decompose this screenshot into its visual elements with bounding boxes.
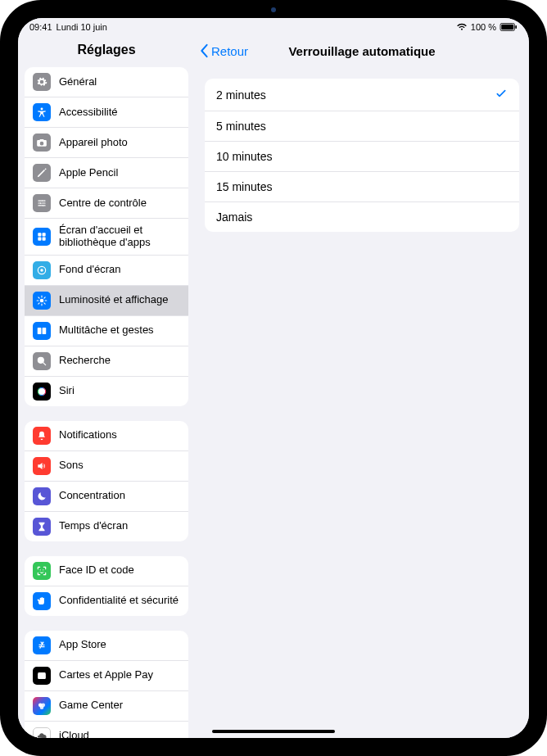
sidebar-item-bell[interactable]: Notifications xyxy=(25,421,188,450)
svg-point-5 xyxy=(40,202,42,204)
sidebar-item-label: Apple Pencil xyxy=(59,167,180,179)
option-label: 2 minutes xyxy=(216,88,266,102)
sidebar-group: GénéralAccessibilitéAppareil photoApple … xyxy=(25,67,188,406)
svg-point-16 xyxy=(38,387,45,395)
sidebar-item-brightness[interactable]: Luminosité et affichage xyxy=(25,285,188,315)
chevron-left-icon xyxy=(198,43,210,58)
svg-rect-13 xyxy=(38,328,42,334)
svg-rect-10 xyxy=(43,238,46,241)
hand-icon xyxy=(33,592,51,610)
sidebar-item-gear[interactable]: Général xyxy=(25,67,188,97)
svg-point-15 xyxy=(38,357,43,363)
status-time: 09:41 xyxy=(29,22,52,32)
svg-rect-9 xyxy=(38,238,41,241)
option-label: Jamais xyxy=(216,211,252,224)
sidebar-group: NotificationsSonsConcentrationTemps d'éc… xyxy=(25,421,188,541)
camera-icon xyxy=(33,134,51,152)
sidebar-item-label: Confidentialité et sécurité xyxy=(59,595,180,607)
camera-dot xyxy=(271,7,276,12)
battery-icon xyxy=(500,23,518,31)
wifi-icon xyxy=(456,23,468,31)
sidebar-item-camera[interactable]: Appareil photo xyxy=(25,127,188,157)
sidebar-item-pencil[interactable]: Apple Pencil xyxy=(25,157,188,188)
sidebar-item-label: Game Center xyxy=(59,699,180,712)
status-left: 09:41 Lundi 10 juin xyxy=(29,22,107,32)
sidebar-item-hand[interactable]: Confidentialité et sécurité xyxy=(25,586,188,616)
status-date: Lundi 10 juin xyxy=(57,22,107,32)
sidebar-item-sound[interactable]: Sons xyxy=(25,450,188,481)
status-right: 100 % xyxy=(456,22,518,32)
accessibility-icon xyxy=(33,103,51,121)
sound-icon xyxy=(33,457,51,475)
detail-title: Verrouillage automatique xyxy=(288,44,435,58)
checkmark-icon xyxy=(495,87,508,102)
sidebar-item-label: Sons xyxy=(59,459,180,472)
option-group: 2 minutes5 minutes10 minutes15 minutesJa… xyxy=(205,79,519,232)
sidebar-item-label: Temps d'écran xyxy=(59,520,180,532)
sidebar-item-faceid[interactable]: Face ID et code xyxy=(25,556,188,586)
sidebar-item-label: Multitâche et gestes xyxy=(59,324,180,337)
sidebar-title: Réglages xyxy=(18,36,195,67)
option-label: 5 minutes xyxy=(216,120,266,133)
sidebar-item-label: Notifications xyxy=(59,429,180,441)
sidebar-item-multitask[interactable]: Multitâche et gestes xyxy=(25,315,188,346)
brightness-icon xyxy=(33,292,51,310)
svg-point-3 xyxy=(41,107,43,110)
autolock-option[interactable]: Jamais xyxy=(205,201,519,232)
sidebar-item-label: Centre de contrôle xyxy=(59,197,180,210)
sidebar-item-label: Recherche xyxy=(59,355,180,367)
cloud-icon xyxy=(33,727,51,738)
svg-rect-1 xyxy=(501,25,513,30)
sidebar-item-controls[interactable]: Centre de contrôle xyxy=(25,188,188,218)
appstore-icon xyxy=(33,636,51,654)
sidebar-item-siri[interactable]: Siri xyxy=(25,376,188,406)
svg-point-4 xyxy=(42,200,43,201)
battery-percent: 100 % xyxy=(471,22,496,32)
svg-rect-20 xyxy=(38,674,45,676)
option-label: 15 minutes xyxy=(216,180,272,193)
sidebar-item-gamecenter[interactable]: Game Center xyxy=(25,690,188,721)
detail-header: Retour Verrouillage automatique xyxy=(195,36,529,66)
svg-rect-14 xyxy=(43,328,47,334)
autolock-option[interactable]: 10 minutes xyxy=(205,141,519,171)
gear-icon xyxy=(33,73,51,91)
svg-point-12 xyxy=(40,299,44,303)
sidebar-item-cloud[interactable]: iCloud xyxy=(25,721,188,738)
sidebar-item-label: Concentration xyxy=(59,490,180,502)
svg-point-17 xyxy=(40,569,41,570)
detail-body: 2 minutes5 minutes10 minutes15 minutesJa… xyxy=(195,66,529,232)
controls-icon xyxy=(33,194,51,212)
siri-icon xyxy=(33,383,51,401)
svg-rect-22 xyxy=(38,677,45,678)
sidebar-item-label: Face ID et code xyxy=(59,564,180,577)
sidebar-item-moon[interactable]: Concentration xyxy=(25,481,188,511)
status-bar: 09:41 Lundi 10 juin 100 % xyxy=(18,18,529,36)
sidebar-item-label: Écran d'accueil et bibliothèque d'apps xyxy=(59,224,180,249)
sidebar-item-label: App Store xyxy=(59,639,180,651)
multitask-icon xyxy=(33,322,51,340)
home-indicator[interactable] xyxy=(212,730,335,733)
back-button[interactable]: Retour xyxy=(198,43,248,58)
hourglass-icon xyxy=(33,518,51,536)
apps-icon xyxy=(33,228,51,246)
sidebar-group: App StoreCartes et Apple PayGame Centeri… xyxy=(25,631,188,738)
screen: 09:41 Lundi 10 juin 100 % Réglages Génér… xyxy=(18,18,529,738)
sidebar-item-search[interactable]: Recherche xyxy=(25,346,188,376)
sidebar-group: Face ID et codeConfidentialité et sécuri… xyxy=(25,556,188,616)
sidebar-item-appstore[interactable]: App Store xyxy=(25,631,188,660)
sidebar-item-wallet[interactable]: Cartes et Apple Pay xyxy=(25,660,188,690)
sidebar-item-apps[interactable]: Écran d'accueil et bibliothèque d'apps xyxy=(25,218,188,255)
sidebar-item-accessibility[interactable]: Accessibilité xyxy=(25,97,188,127)
option-label: 10 minutes xyxy=(216,150,272,163)
sidebar-item-label: Fond d'écran xyxy=(59,264,180,276)
sidebar-item-label: Siri xyxy=(59,385,180,397)
svg-point-25 xyxy=(40,705,44,709)
sidebar-item-wallpaper[interactable]: Fond d'écran xyxy=(25,255,188,285)
sidebar-item-label: Accessibilité xyxy=(59,106,180,119)
sidebar-scroll[interactable]: GénéralAccessibilitéAppareil photoApple … xyxy=(18,67,195,738)
autolock-option[interactable]: 5 minutes xyxy=(205,111,519,141)
autolock-option[interactable]: 2 minutes xyxy=(205,79,519,111)
autolock-option[interactable]: 15 minutes xyxy=(205,171,519,201)
faceid-icon xyxy=(33,562,51,580)
sidebar-item-hourglass[interactable]: Temps d'écran xyxy=(25,511,188,541)
